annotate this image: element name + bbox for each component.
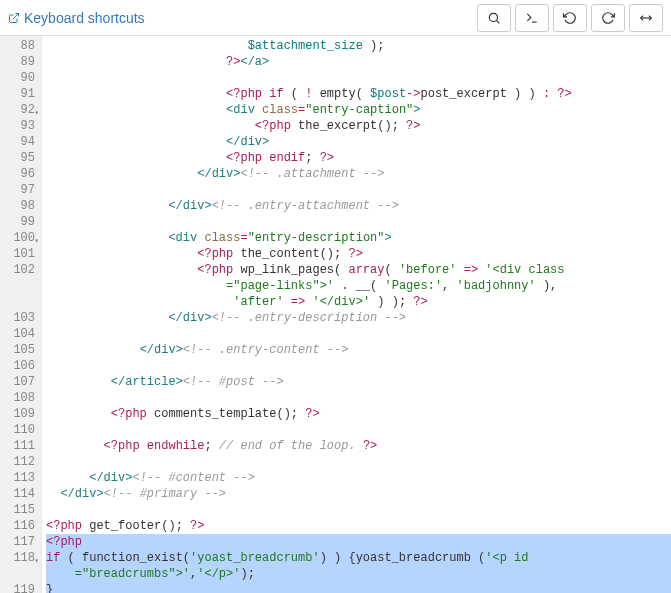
line-number: 89 [4, 54, 35, 70]
code-line[interactable]: } [46, 582, 671, 593]
svg-line-0 [13, 13, 19, 19]
code-line[interactable]: ?></a> [46, 54, 671, 70]
line-number: 102 [4, 262, 35, 278]
svg-line-2 [497, 20, 500, 23]
code-line[interactable]: </div><!-- #primary --> [46, 486, 671, 502]
undo-button[interactable] [553, 4, 587, 32]
keyboard-shortcuts-label: Keyboard shortcuts [24, 10, 145, 26]
code-line[interactable]: $attachment_size ); [46, 38, 671, 54]
line-number: 98 [4, 198, 35, 214]
undo-icon [563, 11, 577, 25]
code-line[interactable]: <?php the_content(); ?> [46, 246, 671, 262]
redo-icon [601, 11, 615, 25]
line-number: 110 [4, 422, 35, 438]
code-line[interactable] [46, 214, 671, 230]
code-line[interactable]: <?php comments_template(); ?> [46, 406, 671, 422]
code-line[interactable]: </div><!-- #content --> [46, 470, 671, 486]
line-number: 114 [4, 486, 35, 502]
line-number: 96 [4, 166, 35, 182]
code-content[interactable]: $attachment_size ); ?></a> <?php if ( ! … [42, 36, 671, 593]
code-line[interactable]: ="page-links">' . __( 'Pages:', 'badjohn… [46, 278, 671, 294]
line-number: 100▾ [4, 230, 35, 246]
code-line[interactable] [46, 70, 671, 86]
code-line[interactable]: <?php wp_link_pages( array( 'before' => … [46, 262, 671, 278]
line-number: 117 [4, 534, 35, 550]
line-number: 111 [4, 438, 35, 454]
line-number: 97 [4, 182, 35, 198]
code-line[interactable]: </article><!-- #post --> [46, 374, 671, 390]
line-number: 116 [4, 518, 35, 534]
line-number: 99 [4, 214, 35, 230]
code-line[interactable] [46, 326, 671, 342]
keyboard-shortcuts-link[interactable]: Keyboard shortcuts [8, 10, 145, 26]
line-number: 115 [4, 502, 35, 518]
search-button[interactable] [477, 4, 511, 32]
line-number: 106 [4, 358, 35, 374]
code-line[interactable]: <?php endif; ?> [46, 150, 671, 166]
line-number: 107 [4, 374, 35, 390]
line-number: 95 [4, 150, 35, 166]
code-line[interactable] [46, 454, 671, 470]
code-line[interactable]: ="breadcrumbs">','</p>'); [46, 566, 671, 582]
line-number: 92▾ [4, 102, 35, 118]
line-number: 88 [4, 38, 35, 54]
code-line[interactable]: <div class="entry-caption"> [46, 102, 671, 118]
code-line[interactable] [46, 358, 671, 374]
redo-button[interactable] [591, 4, 625, 32]
code-line[interactable]: <?php [46, 534, 671, 550]
code-line[interactable]: </div><!-- .entry-attachment --> [46, 198, 671, 214]
arrows-horizontal-icon [639, 11, 653, 25]
line-number: 101 [4, 246, 35, 262]
editor-header: Keyboard shortcuts [0, 0, 671, 36]
wrap-button[interactable] [629, 4, 663, 32]
line-number: 105 [4, 342, 35, 358]
line-number [4, 278, 35, 294]
line-number: 94 [4, 134, 35, 150]
search-icon [487, 11, 501, 25]
line-number: 112 [4, 454, 35, 470]
line-number: 119 [4, 582, 35, 593]
code-line[interactable] [46, 502, 671, 518]
line-number: 103 [4, 310, 35, 326]
console-button[interactable] [515, 4, 549, 32]
line-number: 118▾ [4, 550, 35, 566]
code-line[interactable]: </div><!-- .attachment --> [46, 166, 671, 182]
code-line[interactable]: <?php endwhile; // end of the loop. ?> [46, 438, 671, 454]
line-number: 108 [4, 390, 35, 406]
code-line[interactable] [46, 390, 671, 406]
code-line[interactable]: </div> [46, 134, 671, 150]
code-line[interactable]: <?php the_excerpt(); ?> [46, 118, 671, 134]
editor-toolbar [477, 4, 663, 32]
line-number: 109 [4, 406, 35, 422]
code-line[interactable]: <?php if ( ! empty( $post->post_excerpt … [46, 86, 671, 102]
line-number [4, 294, 35, 310]
line-number: 90 [4, 70, 35, 86]
code-editor[interactable]: 8889909192▾93949596979899100▾10110210310… [0, 36, 671, 593]
code-line[interactable] [46, 182, 671, 198]
external-link-icon [8, 12, 20, 24]
code-line[interactable]: if ( function_exist('yoast_breadcrumb') … [46, 550, 671, 566]
code-line[interactable] [46, 422, 671, 438]
code-line[interactable]: <div class="entry-description"> [46, 230, 671, 246]
svg-point-1 [489, 13, 497, 21]
line-number: 104 [4, 326, 35, 342]
line-number [4, 566, 35, 582]
terminal-icon [525, 11, 539, 25]
line-number: 113 [4, 470, 35, 486]
line-number: 93 [4, 118, 35, 134]
line-gutter: 8889909192▾93949596979899100▾10110210310… [0, 36, 42, 593]
code-line[interactable]: <?php get_footer(); ?> [46, 518, 671, 534]
code-line[interactable]: </div><!-- .entry-content --> [46, 342, 671, 358]
code-line[interactable]: 'after' => '</div>' ) ); ?> [46, 294, 671, 310]
line-number: 91 [4, 86, 35, 102]
code-line[interactable]: </div><!-- .entry-description --> [46, 310, 671, 326]
